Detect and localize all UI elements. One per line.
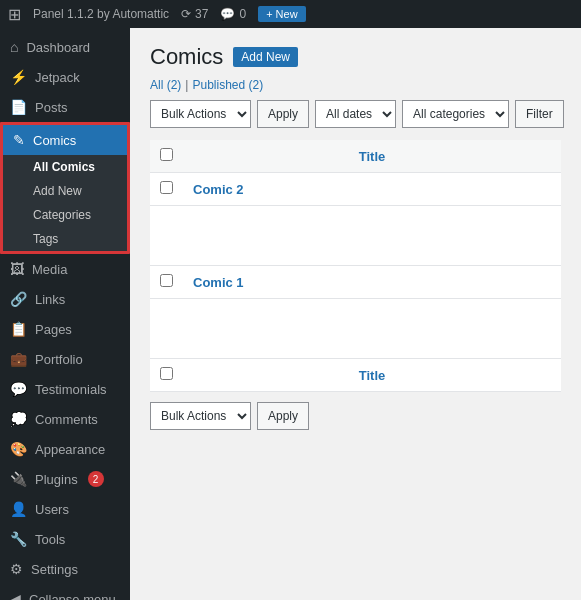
comic1-link[interactable]: Comic 1	[193, 275, 244, 290]
testimonials-icon: 💬	[10, 381, 27, 397]
main-content: Comics Add New All (2) | Published (2) B…	[130, 28, 581, 600]
sidebar: ⌂ Dashboard ⚡ Jetpack 📄 Posts ✎ Comics A…	[0, 28, 130, 600]
jetpack-icon: ⚡	[10, 69, 27, 85]
submenu-tags[interactable]: Tags	[3, 227, 127, 251]
sidebar-item-label: Tools	[35, 532, 65, 547]
sidebar-item-appearance[interactable]: 🎨 Appearance	[0, 434, 130, 464]
sidebar-item-testimonials[interactable]: 💬 Testimonials	[0, 374, 130, 404]
bulk-actions-top-select[interactable]: Bulk Actions	[150, 100, 251, 128]
sidebar-item-label: Comments	[35, 412, 98, 427]
comic2-link[interactable]: Comic 2	[193, 182, 244, 197]
wp-logo-icon[interactable]: ⊞	[8, 5, 21, 24]
portfolio-icon: 💼	[10, 351, 27, 367]
sidebar-item-label: Media	[32, 262, 67, 277]
users-icon: 👤	[10, 501, 27, 517]
posts-icon: 📄	[10, 99, 27, 115]
table-row-spacer2	[150, 299, 561, 359]
sidebar-item-portfolio[interactable]: 💼 Portfolio	[0, 344, 130, 374]
table-row: Comic 1	[150, 266, 561, 299]
sidebar-item-comics[interactable]: ✎ Comics	[3, 125, 127, 155]
comments-sidebar-icon: 💭	[10, 411, 27, 427]
add-new-button[interactable]: Add New	[233, 47, 298, 67]
submenu-categories[interactable]: Categories	[3, 203, 127, 227]
sidebar-item-collapse[interactable]: ◀ Collapse menu	[0, 584, 130, 600]
dashboard-icon: ⌂	[10, 39, 18, 55]
links-icon: 🔗	[10, 291, 27, 307]
sidebar-item-dashboard[interactable]: ⌂ Dashboard	[0, 32, 130, 62]
tools-icon: 🔧	[10, 531, 27, 547]
dates-select[interactable]: All dates	[315, 100, 396, 128]
row-checkbox-cell	[150, 173, 183, 206]
sidebar-item-label: Testimonials	[35, 382, 107, 397]
plugins-badge: 2	[88, 471, 104, 487]
sidebar-item-label: Portfolio	[35, 352, 83, 367]
sidebar-item-jetpack[interactable]: ⚡ Jetpack	[0, 62, 130, 92]
updates-icon: ⟳	[181, 7, 191, 21]
sidebar-item-tools[interactable]: 🔧 Tools	[0, 524, 130, 554]
updates-count: 37	[195, 7, 208, 21]
col-checkbox-bottom	[150, 359, 183, 392]
sidebar-item-label: Jetpack	[35, 70, 80, 85]
bulk-actions-bottom-select[interactable]: Bulk Actions	[150, 402, 251, 430]
row-title-cell: Comic 2	[183, 173, 561, 206]
sidebar-item-settings[interactable]: ⚙ Settings	[0, 554, 130, 584]
sidebar-item-label: Dashboard	[26, 40, 90, 55]
sidebar-item-label: Appearance	[35, 442, 105, 457]
row-title-cell: Comic 1	[183, 266, 561, 299]
sidebar-item-users[interactable]: 👤 Users	[0, 494, 130, 524]
collapse-icon: ◀	[10, 591, 21, 600]
categories-select[interactable]: All categories	[402, 100, 509, 128]
empty-cell	[150, 299, 561, 359]
sidebar-item-label: Comics	[33, 133, 76, 148]
filter-all[interactable]: All (2)	[150, 78, 181, 92]
table-row: Comic 2	[150, 173, 561, 206]
appearance-icon: 🎨	[10, 441, 27, 457]
col-checkbox	[150, 140, 183, 173]
posts-table: Title Comic 2	[150, 140, 561, 392]
apply-top-button[interactable]: Apply	[257, 100, 309, 128]
sidebar-item-label: Plugins	[35, 472, 78, 487]
table-row-spacer	[150, 206, 561, 266]
filter-published[interactable]: Published (2)	[192, 78, 263, 92]
plugins-icon: 🔌	[10, 471, 27, 487]
sidebar-item-label: Pages	[35, 322, 72, 337]
row-checkbox-cell	[150, 266, 183, 299]
top-filters-row: Bulk Actions Apply All dates All categor…	[150, 100, 561, 128]
col-title: Title	[183, 140, 561, 173]
sidebar-item-label: Links	[35, 292, 65, 307]
submenu-add-new[interactable]: Add New	[3, 179, 127, 203]
sidebar-item-label: Users	[35, 502, 69, 517]
sidebar-item-label: Posts	[35, 100, 68, 115]
top-bar: ⊞ Panel 1.1.2 by Automattic ⟳ 37 💬 0 + N…	[0, 0, 581, 28]
sidebar-item-posts[interactable]: 📄 Posts	[0, 92, 130, 122]
comments-item[interactable]: 💬 0	[220, 7, 246, 21]
pages-icon: 📋	[10, 321, 27, 337]
row-checkbox[interactable]	[160, 274, 173, 287]
settings-icon: ⚙	[10, 561, 23, 577]
site-name[interactable]: Panel 1.1.2 by Automattic	[33, 7, 169, 21]
title-sort-link[interactable]: Title	[359, 149, 386, 164]
col-title-bottom: Title	[183, 359, 561, 392]
row-checkbox[interactable]	[160, 181, 173, 194]
title-sort-link-bottom[interactable]: Title	[359, 368, 386, 383]
sidebar-item-media[interactable]: 🖼 Media	[0, 254, 130, 284]
sidebar-item-label: Collapse menu	[29, 592, 116, 601]
sidebar-item-plugins[interactable]: 🔌 Plugins 2	[0, 464, 130, 494]
submenu-all-comics[interactable]: All Comics	[3, 155, 127, 179]
updates-item[interactable]: ⟳ 37	[181, 7, 208, 21]
comments-count: 0	[239, 7, 246, 21]
sidebar-item-links[interactable]: 🔗 Links	[0, 284, 130, 314]
filter-button[interactable]: Filter	[515, 100, 564, 128]
comics-section: ✎ Comics All Comics Add New Categories T…	[0, 122, 130, 254]
sidebar-item-comments[interactable]: 💭 Comments	[0, 404, 130, 434]
comics-submenu: All Comics Add New Categories Tags	[3, 155, 127, 251]
media-icon: 🖼	[10, 261, 24, 277]
sidebar-item-pages[interactable]: 📋 Pages	[0, 314, 130, 344]
new-button[interactable]: + New	[258, 6, 306, 22]
comics-icon: ✎	[13, 132, 25, 148]
apply-bottom-button[interactable]: Apply	[257, 402, 309, 430]
sidebar-item-label: Settings	[31, 562, 78, 577]
empty-cell	[150, 206, 561, 266]
select-all-bottom-checkbox[interactable]	[160, 367, 173, 380]
select-all-top-checkbox[interactable]	[160, 148, 173, 161]
